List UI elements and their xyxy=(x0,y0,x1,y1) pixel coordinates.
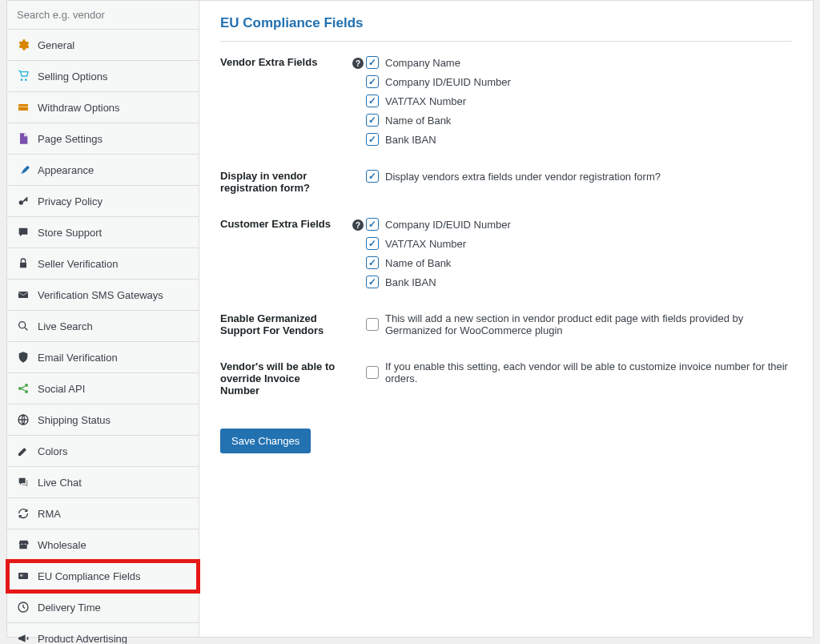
checkbox[interactable] xyxy=(366,256,379,269)
nav-list: GeneralSelling OptionsWithdraw OptionsPa… xyxy=(7,30,199,644)
sidebar-item-label: Withdraw Options xyxy=(38,102,120,114)
checkbox[interactable] xyxy=(366,218,379,231)
sidebar-item-label: Social API xyxy=(38,383,85,395)
form-row: Vendor's will be able to override Invoic… xyxy=(220,360,792,396)
svg-point-6 xyxy=(18,387,22,390)
cart-icon xyxy=(17,70,30,83)
sidebar-item-label: Shipping Status xyxy=(38,414,111,426)
sidebar-item-label: Product Advertising xyxy=(38,633,127,645)
sidebar-item-selling-options[interactable]: Selling Options xyxy=(7,61,199,92)
sidebar-item-rma[interactable]: RMA xyxy=(7,498,199,529)
help-icon[interactable]: ? xyxy=(352,219,364,231)
sidebar-item-wholesale[interactable]: Wholesale xyxy=(7,529,199,561)
shield-icon xyxy=(17,351,30,364)
checkbox[interactable] xyxy=(366,276,379,288)
checkbox-option: VAT/TAX Number xyxy=(366,237,792,250)
sidebar-item-label: Colors xyxy=(38,445,68,457)
sidebar-item-verification-sms-gateways[interactable]: Verification SMS Gateways xyxy=(7,280,199,311)
checkbox-option: Company ID/EUID Number xyxy=(366,218,792,231)
help-icon[interactable]: ? xyxy=(352,58,364,69)
field-label: Vendor's will be able to override Invoic… xyxy=(220,360,350,396)
pencil-icon xyxy=(17,445,30,457)
checkbox[interactable] xyxy=(366,56,379,69)
megaphone-icon xyxy=(17,632,30,644)
sidebar-item-page-settings[interactable]: Page Settings xyxy=(7,123,199,155)
page-icon xyxy=(17,132,30,145)
checkbox[interactable] xyxy=(366,133,379,146)
sidebar-item-label: Email Verification xyxy=(38,352,118,364)
checkbox[interactable] xyxy=(366,95,379,107)
checkbox-option: Bank IBAN xyxy=(366,276,792,288)
sidebar-item-label: Appearance xyxy=(38,164,94,176)
checkbox-option: This will add a new section in vendor pr… xyxy=(366,312,792,336)
sidebar-item-label: Page Settings xyxy=(38,133,102,145)
field-label: Customer Extra Fields xyxy=(220,218,350,230)
svg-point-8 xyxy=(25,390,28,393)
checkbox-label: Company ID/EUID Number xyxy=(385,76,511,88)
checkbox[interactable] xyxy=(366,318,379,331)
form-row: Display in vendor registration form?Disp… xyxy=(220,170,792,194)
checkbox-option: Name of Bank xyxy=(366,256,792,269)
search-input[interactable]: Search e.g. vendor xyxy=(7,1,199,30)
checkbox-option: Bank IBAN xyxy=(366,133,792,146)
sidebar-item-social-api[interactable]: Social API xyxy=(7,373,199,405)
checkbox-label: Company ID/EUID Number xyxy=(385,219,511,231)
key-icon xyxy=(17,195,30,207)
checkbox[interactable] xyxy=(366,114,379,127)
save-button[interactable]: Save Changes xyxy=(220,429,311,453)
settings-sidebar: Search e.g. vendor GeneralSelling Option… xyxy=(7,1,199,637)
sidebar-item-email-verification[interactable]: Email Verification xyxy=(7,342,199,373)
refresh-icon xyxy=(17,507,30,520)
mail-icon xyxy=(17,288,30,301)
sidebar-item-general[interactable]: General xyxy=(7,30,199,61)
globe-icon xyxy=(17,413,30,426)
main-panel: EU Compliance Fields Vendor Extra Fields… xyxy=(199,1,813,637)
withdraw-icon xyxy=(17,101,30,114)
sidebar-item-eu-compliance-fields[interactable]: EU Compliance Fields xyxy=(7,561,199,592)
svg-rect-1 xyxy=(18,107,28,107)
sidebar-item-privacy-policy[interactable]: Privacy Policy xyxy=(7,186,199,217)
brush-icon xyxy=(17,163,30,176)
chat-icon xyxy=(17,226,30,239)
checkbox-label: VAT/TAX Number xyxy=(385,95,466,107)
sidebar-item-seller-verification[interactable]: Seller Verification xyxy=(7,248,199,280)
checkbox-label: Name of Bank xyxy=(385,115,451,127)
sidebar-item-withdraw-options[interactable]: Withdraw Options xyxy=(7,92,199,123)
checkbox[interactable] xyxy=(366,170,379,183)
sidebar-item-label: EU Compliance Fields xyxy=(38,570,141,582)
sidebar-item-colors[interactable]: Colors xyxy=(7,436,199,467)
search-icon xyxy=(17,320,30,332)
checkbox[interactable] xyxy=(366,237,379,250)
checkbox-label: Company Name xyxy=(385,57,460,69)
field-label: Display in vendor registration form? xyxy=(220,170,350,194)
sidebar-item-label: Delivery Time xyxy=(38,602,101,614)
sidebar-item-label: RMA xyxy=(38,508,61,520)
gear-icon xyxy=(17,38,30,51)
sidebar-item-delivery-time[interactable]: Delivery Time xyxy=(7,592,199,623)
sidebar-item-live-chat[interactable]: Live Chat xyxy=(7,467,199,498)
sidebar-item-label: General xyxy=(38,39,74,51)
sidebar-item-store-support[interactable]: Store Support xyxy=(7,217,199,248)
sidebar-item-label: Selling Options xyxy=(38,70,107,83)
checkbox-option: Name of Bank xyxy=(366,114,792,127)
sidebar-item-shipping-status[interactable]: Shipping Status xyxy=(7,405,199,436)
card-icon xyxy=(17,570,30,582)
form-row: Vendor Extra Fields?Company NameCompany … xyxy=(220,56,792,146)
field-label: Vendor Extra Fields xyxy=(220,56,350,68)
svg-rect-11 xyxy=(20,574,22,577)
checkbox-option: VAT/TAX Number xyxy=(366,95,792,107)
sidebar-item-label: Verification SMS Gateways xyxy=(38,289,163,301)
checkbox-option: Company ID/EUID Number xyxy=(366,75,792,88)
sidebar-item-live-search[interactable]: Live Search xyxy=(7,311,199,342)
sidebar-item-label: Wholesale xyxy=(38,539,86,551)
checkbox-option: Company Name xyxy=(366,56,792,69)
checkbox[interactable] xyxy=(366,366,379,379)
svg-rect-4 xyxy=(18,292,28,298)
sidebar-item-label: Store Support xyxy=(38,227,102,239)
share-icon xyxy=(17,382,30,395)
sidebar-item-product-advertising[interactable]: Product Advertising xyxy=(7,623,199,644)
sidebar-item-appearance[interactable]: Appearance xyxy=(7,155,199,186)
form-row: Enable Germanized Support For VendorsThi… xyxy=(220,312,792,336)
checkbox-label: Name of Bank xyxy=(385,257,451,269)
checkbox[interactable] xyxy=(366,75,379,88)
